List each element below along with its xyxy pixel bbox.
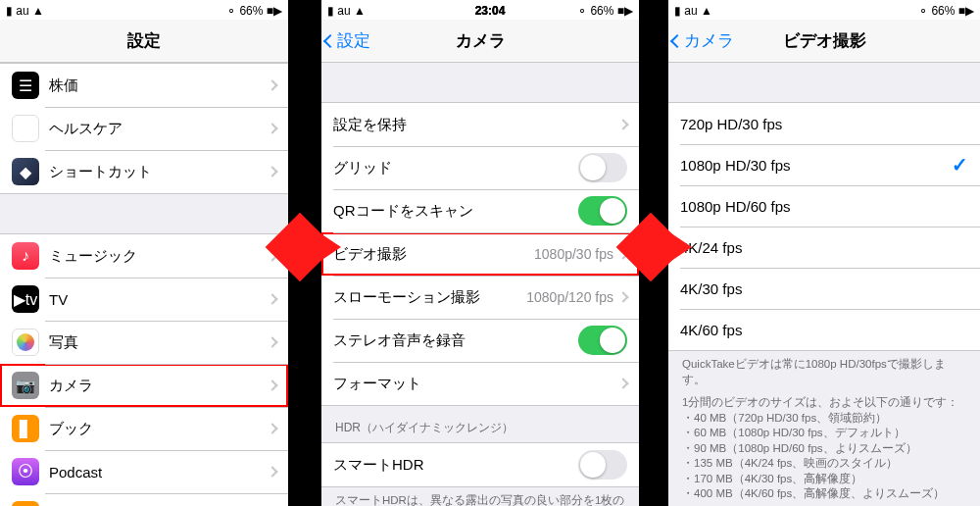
row-label: ビデオ撮影	[333, 245, 534, 264]
chevron-right-icon	[267, 336, 277, 347]
row-label: QRコードをスキャン	[333, 202, 578, 221]
size-note-line: 40 MB（720p HD/30 fps、領域節約）	[682, 411, 966, 427]
row-formats[interactable]: フォーマット	[321, 362, 639, 405]
row-label: グリッド	[333, 159, 578, 177]
settings-row-books[interactable]: ▋ブック	[0, 407, 288, 450]
camera-settings-list[interactable]: 設定を保持グリッドQRコードをスキャンビデオ撮影1080p/30 fpsスローモ…	[321, 63, 639, 506]
row-label: Podcast	[49, 464, 269, 481]
tv-icon: ▶tv	[12, 285, 39, 313]
toggle-stereo[interactable]	[578, 326, 627, 355]
settings-screen: ▮ au ▲ 23:04 ⚬ 66% ■▶ 設定 ☰株価♥ヘルスケア◆ショートカ…	[0, 0, 288, 506]
toggle-smarthdr[interactable]	[578, 450, 627, 480]
section-header-hdr: HDR（ハイダイナミックレンジ）	[321, 406, 639, 442]
smarthdr-note: スマートHDRは、異なる露出の写真の良い部分を1枚の写真にインテリジェントに合成…	[321, 487, 639, 506]
row-label: スマートHDR	[333, 456, 578, 475]
size-note-line: 400 MB（4K/60 fps、高解像度、よりスムーズ）	[682, 486, 966, 502]
settings-row-camera[interactable]: 📷カメラ	[0, 364, 288, 407]
option-4k60[interactable]: 4K/60 fps	[668, 309, 980, 350]
video-record-screen: ▮ au ▲ 23:04 ⚬ 66% ■▶ カメラ ビデオ撮影 720p HD/…	[668, 0, 980, 506]
checkmark-icon: ✓	[952, 153, 968, 177]
chevron-left-icon	[323, 33, 337, 47]
settings-row-shortcuts[interactable]: ◆ショートカット	[0, 150, 288, 193]
chevron-right-icon	[267, 166, 277, 177]
option-4k30[interactable]: 4K/30 fps	[668, 268, 980, 309]
row-label: 写真	[49, 333, 269, 352]
row-qrscan[interactable]: QRコードをスキャン	[321, 189, 639, 232]
chevron-right-icon	[617, 291, 628, 302]
size-note-line: 60 MB（1080p HD/30 fps、デフォルト）	[682, 426, 966, 441]
chevron-right-icon	[267, 123, 277, 133]
row-label: ミュージック	[49, 247, 269, 266]
row-label: 設定を保持	[333, 116, 619, 134]
chevron-right-icon	[267, 423, 277, 433]
navbar: 設定	[0, 20, 288, 63]
row-label: 1080p HD/60 fps	[680, 198, 968, 215]
page-title: カメラ	[456, 29, 506, 52]
row-slomo[interactable]: スローモーション撮影1080p/120 fps	[321, 276, 639, 319]
chevron-right-icon	[267, 79, 277, 90]
option-720p30[interactable]: 720p HD/30 fps	[668, 103, 980, 144]
back-button[interactable]: 設定	[325, 20, 370, 62]
option-1080p30[interactable]: 1080p HD/30 fps✓	[668, 144, 980, 185]
row-label: 4K/60 fps	[680, 322, 968, 338]
chevron-right-icon	[617, 378, 628, 388]
settings-row-health[interactable]: ♥ヘルスケア	[0, 107, 288, 150]
chevron-right-icon	[267, 293, 277, 304]
row-value: 1080p/120 fps	[526, 289, 613, 305]
row-label: 4K/24 fps	[680, 239, 968, 256]
size-note-line: 170 MB（4K/30 fps、高解像度）	[682, 472, 966, 487]
settings-row-stocks[interactable]: ☰株価	[0, 64, 288, 107]
battery-icon: ■▶	[958, 4, 974, 18]
toggle-qrscan[interactable]	[578, 196, 627, 226]
health-icon: ♥	[12, 115, 39, 142]
row-label: 720p HD/30 fps	[680, 116, 968, 132]
row-value: 1080p/30 fps	[534, 246, 613, 262]
row-label: ショートカット	[49, 163, 269, 181]
row-label: 株価	[49, 76, 269, 95]
itunesu-icon: 🎓	[12, 501, 39, 506]
row-grid[interactable]: グリッド	[321, 146, 639, 189]
settings-row-podcast[interactable]: ⦿Podcast	[0, 450, 288, 493]
photos-icon	[12, 329, 39, 356]
row-preserve[interactable]: 設定を保持	[321, 103, 639, 146]
video-record-list[interactable]: 720p HD/30 fps1080p HD/30 fps✓1080p HD/6…	[668, 63, 980, 506]
size-note-line: 135 MB（4K/24 fps、映画のスタイル）	[682, 456, 966, 472]
navbar: 設定 カメラ	[321, 20, 639, 63]
settings-row-music[interactable]: ♪ミュージック	[0, 234, 288, 278]
chevron-right-icon	[617, 119, 628, 129]
podcast-icon: ⦿	[12, 458, 39, 485]
row-stereo[interactable]: ステレオ音声を録音	[321, 319, 639, 362]
status-bar: ▮ au ▲ 23:04 ⚬ 66% ■▶	[668, 0, 980, 20]
chevron-right-icon	[267, 380, 277, 390]
row-label: 1080p HD/30 fps	[680, 157, 952, 174]
row-label: ブック	[49, 420, 269, 438]
navbar: カメラ ビデオ撮影	[668, 20, 980, 63]
back-button[interactable]: カメラ	[672, 20, 734, 62]
camera-settings-screen: ▮ au ▲ 23:04 ⚬ 66% ■▶ 設定 カメラ 設定を保持グリッドQR…	[321, 0, 639, 506]
chevron-left-icon	[670, 33, 684, 47]
settings-list[interactable]: ☰株価♥ヘルスケア◆ショートカット♪ミュージック▶tvTV写真📷カメラ▋ブック⦿…	[0, 63, 288, 506]
row-smarthdr[interactable]: スマートHDR	[321, 443, 639, 486]
settings-row-photos[interactable]: 写真	[0, 321, 288, 364]
settings-row-tv[interactable]: ▶tvTV	[0, 278, 288, 321]
row-label: TV	[49, 291, 269, 308]
option-4k24[interactable]: 4K/24 fps	[668, 227, 980, 268]
toggle-grid[interactable]	[578, 153, 627, 182]
quicktake-note: QuickTakeビデオは常に1080p HD/30fpsで撮影します。 1分間…	[668, 351, 980, 506]
shortcuts-icon: ◆	[12, 158, 39, 185]
books-icon: ▋	[12, 415, 39, 442]
row-label: カメラ	[49, 377, 269, 395]
option-1080p60[interactable]: 1080p HD/60 fps	[668, 185, 980, 227]
row-label: スローモーション撮影	[333, 288, 526, 307]
row-video[interactable]: ビデオ撮影1080p/30 fps	[321, 232, 639, 276]
chevron-right-icon	[267, 466, 277, 477]
row-label: ヘルスケア	[49, 120, 269, 138]
size-note-line: 90 MB（1080p HD/60 fps、よりスムーズ）	[682, 441, 966, 457]
row-label: フォーマット	[333, 375, 619, 393]
camera-icon: 📷	[12, 372, 39, 399]
settings-row-itunesu[interactable]: 🎓iTunes U	[0, 493, 288, 506]
row-label: ステレオ音声を録音	[333, 331, 578, 350]
row-label: 4K/30 fps	[680, 280, 968, 297]
music-icon: ♪	[12, 242, 39, 270]
page-title: ビデオ撮影	[783, 29, 866, 52]
